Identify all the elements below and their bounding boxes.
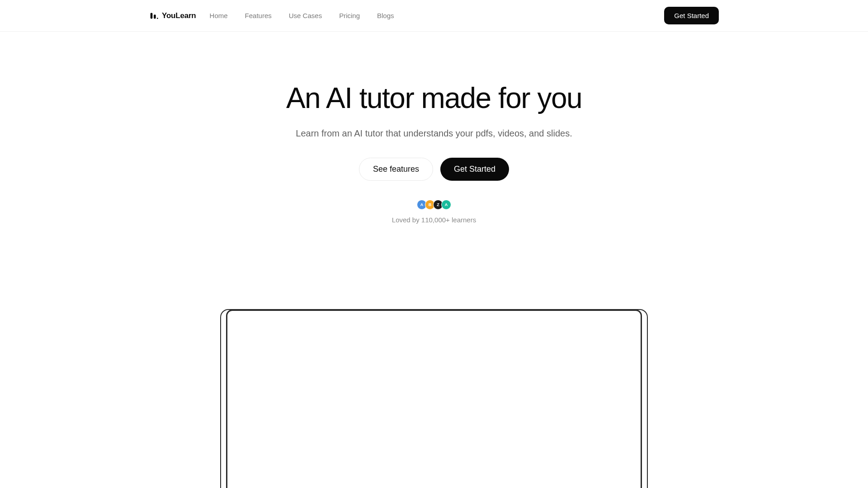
logo-text: YouLearn xyxy=(162,11,196,20)
navbar: YouLearn Home Features Use Cases Pricing… xyxy=(0,0,868,32)
hero-title: An AI tutor made for you xyxy=(286,81,582,115)
device-mockup xyxy=(220,310,648,488)
hero-cta-group: See features Get Started xyxy=(359,158,509,181)
svg-rect-1 xyxy=(154,14,156,19)
get-started-button[interactable]: Get Started xyxy=(440,158,509,181)
see-features-button[interactable]: See features xyxy=(359,158,433,181)
logo-icon xyxy=(149,11,159,21)
hero-subtitle: Learn from an AI tutor that understands … xyxy=(296,128,572,139)
avatar-group: A B Z A xyxy=(417,200,451,210)
social-proof-text: Loved by 110,000+ learners xyxy=(392,216,476,224)
logo-link[interactable]: YouLearn xyxy=(149,11,196,21)
svg-rect-0 xyxy=(151,13,153,19)
hero-section: An AI tutor made for you Learn from an A… xyxy=(0,32,868,488)
nav-get-started-button[interactable]: Get Started xyxy=(664,7,719,24)
avatar: A xyxy=(441,200,451,210)
nav-link-home[interactable]: Home xyxy=(210,12,228,19)
device-screen xyxy=(226,310,642,488)
nav-link-features[interactable]: Features xyxy=(245,12,272,19)
social-proof: A B Z A Loved by 110,000+ learners xyxy=(392,200,476,224)
nav-link-use-cases[interactable]: Use Cases xyxy=(289,12,322,19)
nav-link-pricing[interactable]: Pricing xyxy=(339,12,360,19)
nav-link-blogs[interactable]: Blogs xyxy=(377,12,394,19)
svg-point-2 xyxy=(157,18,158,19)
nav-links: Home Features Use Cases Pricing Blogs xyxy=(210,12,394,19)
